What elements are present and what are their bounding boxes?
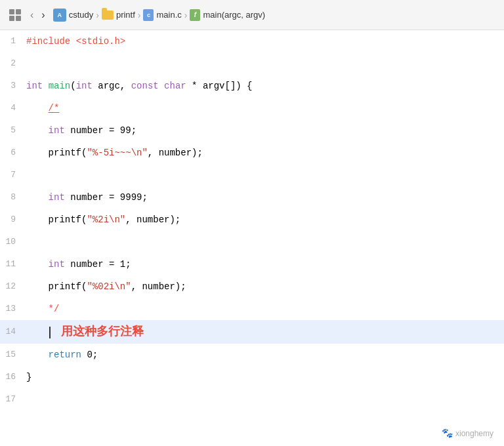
breadcrumb-mainc[interactable]: c main.c xyxy=(143,9,181,21)
breadcrumb-printf[interactable]: printf xyxy=(102,10,135,20)
breadcrumb-func[interactable]: f main(argc, argv) xyxy=(190,9,265,21)
line-content-14: ​用这种多行注释 xyxy=(24,320,504,344)
c-file-icon: c xyxy=(143,9,154,21)
line-content-12: printf("%02i\n", number); xyxy=(24,275,504,298)
line-num-4: 4 xyxy=(0,97,24,119)
code-line-2: 2 xyxy=(0,52,504,75)
code-line-17: 17 xyxy=(0,388,504,411)
line-content-16: } xyxy=(24,366,504,388)
code-line-8: 8 int number = 9999; xyxy=(0,186,504,209)
line-num-2: 2 xyxy=(0,52,24,75)
breadcrumb-func-label: main(argc, argv) xyxy=(203,10,265,20)
func-icon: f xyxy=(190,9,200,21)
line-content-9: printf("%2i\n", number); xyxy=(24,209,504,231)
line-num-11: 11 xyxy=(0,253,24,275)
code-line-4: 4 /* xyxy=(0,97,504,119)
line-content-1: #include <stdio.h> xyxy=(24,30,504,52)
breadcrumb-mainc-label: main.c xyxy=(156,10,181,20)
line-content-6: printf("%-5i~~~\n", number); xyxy=(24,142,504,164)
back-arrow[interactable]: ‹ xyxy=(28,8,36,22)
line-content-11: int number = 1; xyxy=(24,253,504,275)
code-line-13: 13 */ xyxy=(0,298,504,320)
line-num-12: 12 xyxy=(0,275,24,298)
watermark: 🐾xionghemy xyxy=(442,428,494,438)
line-num-13: 13 xyxy=(0,298,24,320)
line-content-5: int number = 99; xyxy=(24,119,504,142)
line-content-3: int main(int argc, const char * argv[]) … xyxy=(24,75,504,97)
forward-arrow[interactable]: › xyxy=(39,8,47,22)
code-line-16: 16 } xyxy=(0,366,504,388)
code-line-14: 14 ​用这种多行注释 xyxy=(0,320,504,344)
line-num-14: 14 xyxy=(0,321,24,343)
code-line-12: 12 printf("%02i\n", number); xyxy=(0,275,504,298)
cstudy-icon: A xyxy=(53,9,66,22)
breadcrumb-printf-label: printf xyxy=(116,10,135,20)
line-num-16: 16 xyxy=(0,366,24,388)
code-line-5: 5 int number = 99; xyxy=(0,119,504,142)
sep2: › xyxy=(138,10,141,20)
grid-icon[interactable] xyxy=(8,8,22,22)
code-line-3: 3 int main(int argc, const char * argv[]… xyxy=(0,75,504,97)
code-line-11: 11 int number = 1; xyxy=(0,253,504,275)
line-content-13: */ xyxy=(24,298,504,320)
line-num-1: 1 xyxy=(0,30,24,52)
code-line-10: 10 xyxy=(0,231,504,253)
line-content-4: /* xyxy=(24,97,504,119)
code-line-7: 7 xyxy=(0,164,504,186)
line-num-8: 8 xyxy=(0,186,24,209)
breadcrumb-cstudy[interactable]: A cstudy xyxy=(53,9,94,22)
line-num-7: 7 xyxy=(0,164,24,186)
line-num-17: 17 xyxy=(0,388,24,411)
code-line-15: 15 return 0; xyxy=(0,344,504,366)
line-num-3: 3 xyxy=(0,75,24,97)
code-line-1: 1 #include <stdio.h> xyxy=(0,30,504,52)
nav-bar: ‹ › A cstudy › printf › c main.c › f mai… xyxy=(0,0,504,30)
code-line-9: 9 printf("%2i\n", number); xyxy=(0,209,504,231)
code-line-6: 6 printf("%-5i~~~\n", number); xyxy=(0,142,504,164)
annotation-text: 用这种多行注释 xyxy=(61,325,144,338)
line-num-10: 10 xyxy=(0,231,24,253)
sep3: › xyxy=(184,10,188,20)
line-content-15: return 0; xyxy=(24,344,504,366)
code-editor[interactable]: 1 #include <stdio.h> 2 3 int main(int ar… xyxy=(0,30,504,411)
breadcrumb: A cstudy › printf › c main.c › f main(ar… xyxy=(53,9,265,22)
sep1: › xyxy=(96,10,99,20)
line-num-9: 9 xyxy=(0,209,24,231)
line-content-8: int number = 9999; xyxy=(24,186,504,209)
line-num-15: 15 xyxy=(0,344,24,366)
nav-arrows: ‹ › xyxy=(28,8,48,22)
breadcrumb-cstudy-label: cstudy xyxy=(69,10,94,20)
line-num-6: 6 xyxy=(0,142,24,164)
folder-icon xyxy=(102,10,114,20)
line-num-5: 5 xyxy=(0,119,24,142)
